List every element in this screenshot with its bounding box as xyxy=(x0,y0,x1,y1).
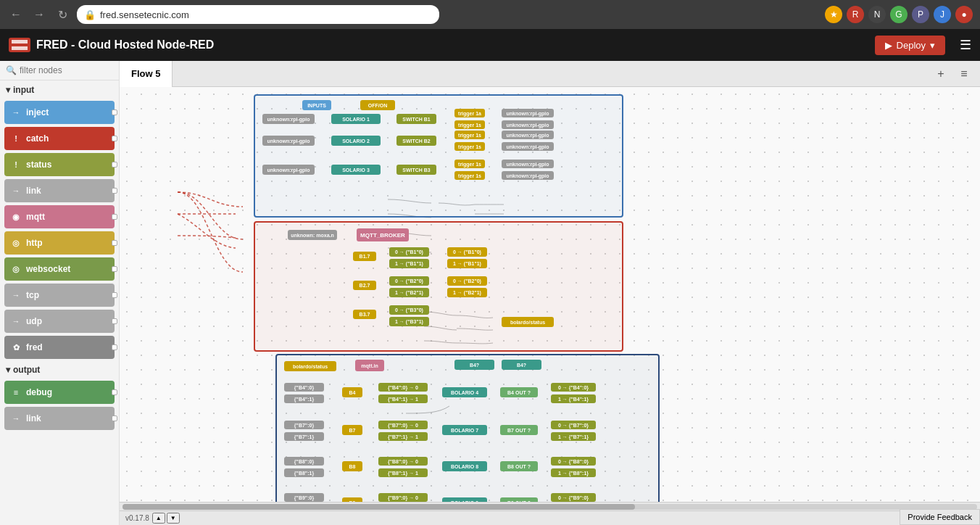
mini-node-b7-0a[interactable]: {"B7":0} xyxy=(284,421,324,429)
mini-node-offon[interactable]: OFF/ON xyxy=(360,100,395,110)
mini-node-b9in0[interactable]: {"B9":0} → 0 xyxy=(378,493,428,502)
mini-node-b7in1[interactable]: {"B7":1} → 1 xyxy=(378,432,428,441)
ext-icon-3[interactable]: G xyxy=(890,6,908,23)
mini-node-bolario7[interactable]: BOLARIO 7 xyxy=(442,425,487,435)
mini-node-switch1[interactable]: SWITCH B1 xyxy=(396,114,436,124)
mini-node-b8out1[interactable]: 1 → {"B8":1} xyxy=(551,468,596,477)
mini-node-b4out[interactable]: B4 OUT ? xyxy=(500,387,538,397)
mini-node-trigger2b[interactable]: trigger 1s xyxy=(454,142,485,151)
bookmark-icon[interactable]: ★ xyxy=(825,6,842,23)
mini-node-b9node[interactable]: B9 xyxy=(342,497,362,502)
mini-node-rpi3[interactable]: unknown:rpi-gpio xyxy=(262,165,315,175)
mini-node-b1t0[interactable]: 0 → ("B1"0) xyxy=(389,247,429,257)
feedback-button[interactable]: Provide Feedback xyxy=(900,509,980,525)
node-udp[interactable]: → udp xyxy=(4,310,115,333)
mini-node-bolardo-status[interactable]: bolardo/status xyxy=(502,317,554,327)
mini-node-b4-0a[interactable]: {"B4":0} xyxy=(284,383,324,392)
profile-icon[interactable]: ● xyxy=(955,6,973,23)
mini-node-b1t1[interactable]: 1 → ("B1"1) xyxy=(389,259,429,268)
ext-icon-2[interactable]: N xyxy=(868,6,886,23)
mini-node-b1r0[interactable]: 0 → ("B1"0) xyxy=(447,247,487,257)
user-icon[interactable]: J xyxy=(934,6,951,23)
mini-node-trigger2a[interactable]: trigger 1s xyxy=(454,131,485,139)
mini-node-b2r0[interactable]: 0 → ("B2"0) xyxy=(447,276,487,286)
mini-node-rpi2[interactable]: unknown:rpi-gpio xyxy=(262,136,315,146)
mini-node-b4out0[interactable]: 0 → {"B4":0} xyxy=(551,383,596,392)
node-catch[interactable]: ! catch xyxy=(4,127,115,150)
ext-icon-1[interactable]: R xyxy=(847,6,864,23)
mini-node-b8in0[interactable]: {"B8":0} → 0 xyxy=(378,457,428,466)
mini-node-rpi1[interactable]: unknown:rpi-gpio xyxy=(262,114,315,124)
mini-node-b7node[interactable]: B7 xyxy=(342,425,362,435)
mini-node-b2t0[interactable]: 0 → ("B2"0) xyxy=(389,276,429,286)
address-bar[interactable]: 🔒 fred.sensetecnic.com xyxy=(77,5,439,24)
mini-node-b17[interactable]: B1.7 xyxy=(353,252,376,261)
node-link-out[interactable]: → link xyxy=(4,407,115,430)
mini-node-bolario4b[interactable]: B4? xyxy=(502,360,541,370)
mini-node-b37[interactable]: B3.7 xyxy=(353,310,376,319)
mini-node-b1r1[interactable]: 1 → ("B1"1) xyxy=(447,259,487,268)
version-up-button[interactable]: ▲ xyxy=(152,513,165,524)
mini-node-b7in0[interactable]: {"B7":0} → 0 xyxy=(378,421,428,429)
mini-node-inputs[interactable]: INPUTS xyxy=(302,100,331,110)
mini-node-b3t1[interactable]: 1 → ("B3"1) xyxy=(389,317,429,326)
mini-node-bolario4[interactable]: B4? xyxy=(454,360,494,370)
tab-flow5[interactable]: Flow 5 xyxy=(120,61,173,87)
node-debug[interactable]: ≡ debug xyxy=(4,381,115,404)
horizontal-scrollbar[interactable] xyxy=(120,502,980,510)
mini-node-moxa[interactable]: unknown: moxa.n xyxy=(288,230,337,240)
mini-node-b8-0a[interactable]: {"B8":0} xyxy=(284,457,324,466)
mini-node-b8out0[interactable]: 0 → {"B8":0} xyxy=(551,457,596,466)
scrollbar-thumb[interactable] xyxy=(122,504,635,510)
mini-node-b7out[interactable]: B7 OUT ? xyxy=(500,425,538,435)
output-section-header[interactable]: ▾ output xyxy=(0,360,119,379)
node-websocket[interactable]: ◎ websocket xyxy=(4,257,115,281)
mini-node-rpi1out[interactable]: unknown:rpi-gpio xyxy=(502,109,554,117)
mini-node-b4in1[interactable]: {"B4":1} → 1 xyxy=(378,394,428,403)
mini-node-mqtt-broker[interactable]: MQTT_BROKER xyxy=(357,228,409,241)
mini-node-trigger1a[interactable]: trigger 1a xyxy=(454,109,485,117)
menu-button[interactable]: ☰ xyxy=(960,37,971,53)
mini-node-b9-0a[interactable]: {"B9":0} xyxy=(284,493,324,502)
flow-canvas[interactable]: OFF/ON INPUTS unknown:rpi-gpio SOLARIO 1… xyxy=(120,87,980,502)
node-status[interactable]: ! status xyxy=(4,153,115,176)
mini-node-trigger3a[interactable]: trigger 1s xyxy=(454,160,485,168)
back-button[interactable]: ← xyxy=(7,6,25,23)
mini-node-switch2[interactable]: SWITCH B2 xyxy=(396,136,436,146)
mini-node-b8in1[interactable]: {"B8":1} → 1 xyxy=(378,468,428,477)
node-http[interactable]: ◎ http xyxy=(4,231,115,255)
mini-node-switch3[interactable]: SWITCH B3 xyxy=(396,165,436,175)
refresh-button[interactable]: ↻ xyxy=(54,6,71,23)
mini-node-bolario9[interactable]: BOLARIO 9 xyxy=(442,497,487,502)
mini-node-mqtt2[interactable]: mqtt.in xyxy=(355,360,384,371)
mini-node-b4-1a[interactable]: {"B4":1} xyxy=(284,394,324,403)
mini-node-solario3[interactable]: SOLARIO 3 xyxy=(331,165,381,175)
mini-node-b9out[interactable]: B9 OUT ? xyxy=(500,497,538,502)
ext-icon-4[interactable]: P xyxy=(912,6,929,23)
mini-node-b7-1a[interactable]: {"B7":1} xyxy=(284,432,324,441)
mini-node-bolardo-status2[interactable]: bolardo/status xyxy=(284,361,336,371)
mini-node-solario2[interactable]: SOLARIO 2 xyxy=(331,136,381,146)
mini-node-rpi3out[interactable]: unknown:rpi-gpio xyxy=(502,160,554,168)
mini-node-b8out[interactable]: B8 OUT ? xyxy=(500,461,538,471)
mini-node-b9out0[interactable]: 0 → {"B9":0} xyxy=(551,493,596,502)
node-link[interactable]: → link xyxy=(4,179,115,202)
node-inject[interactable]: → inject xyxy=(4,101,115,124)
add-tab-button[interactable]: + xyxy=(931,64,951,84)
mini-node-b27[interactable]: B2.7 xyxy=(353,281,376,290)
mini-node-trigger3b[interactable]: trigger 1s xyxy=(454,171,485,180)
mini-node-rpi2out[interactable]: unknown:rpi-gpio xyxy=(502,131,554,139)
mini-node-bolario8[interactable]: BOLARIO 8 xyxy=(442,461,487,471)
mini-node-b8-1a[interactable]: {"B8":1} xyxy=(284,468,324,477)
mini-node-rpi3out2[interactable]: unknown:rpi-gpio xyxy=(502,171,554,180)
filter-input[interactable] xyxy=(20,65,113,75)
mini-node-rpi1out2[interactable]: unknown:rpi-gpio xyxy=(502,120,554,129)
mini-node-b2r1[interactable]: 1 → ("B2"1) xyxy=(447,288,487,297)
mini-node-b4node[interactable]: B4 xyxy=(342,387,362,397)
mini-node-rpi2out2[interactable]: unknown:rpi-gpio xyxy=(502,142,554,151)
mini-node-solario1[interactable]: SOLARIO 1 xyxy=(331,114,381,124)
list-tabs-button[interactable]: ≡ xyxy=(954,64,974,84)
mini-node-b3t0[interactable]: 0 → ("B3"0) xyxy=(389,305,429,315)
mini-node-bolario4-2[interactable]: BOLARIO 4 xyxy=(442,387,487,397)
mini-node-b4out1[interactable]: 1 → {"B4":1} xyxy=(551,394,596,403)
